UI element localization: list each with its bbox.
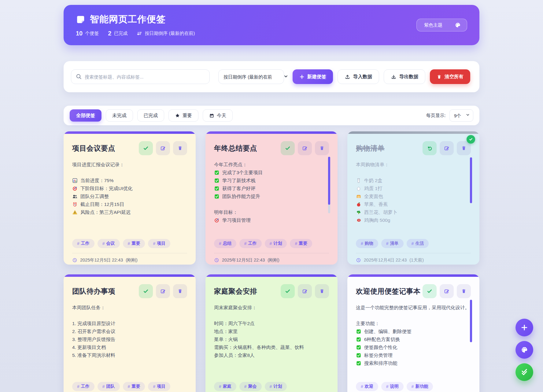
- search-input[interactable]: [71, 69, 210, 84]
- note-line: 菜单：火锅: [214, 335, 329, 343]
- note-content: 这是一个功能完整的便签记事应用，采用现代化设计。 主要功能：创建、编辑、删除便签…: [356, 304, 471, 380]
- per-page-select[interactable]: 9个: [449, 109, 473, 122]
- note-tag[interactable]: #欢迎: [356, 382, 378, 391]
- stat-note-count: 10 个便签: [76, 30, 99, 37]
- edit-button[interactable]: [440, 141, 454, 155]
- milk-icon: [356, 178, 361, 183]
- note-tag[interactable]: #重要: [123, 382, 145, 391]
- delete-button[interactable]: [173, 141, 187, 155]
- undo-button[interactable]: [423, 141, 437, 155]
- trash-icon: [177, 288, 183, 294]
- checkbox-icon: [214, 186, 220, 191]
- note-tag[interactable]: #总结: [214, 239, 236, 248]
- edit-button[interactable]: [298, 141, 312, 155]
- filter-completed[interactable]: 已完成: [137, 109, 164, 122]
- note-tag[interactable]: #团队: [98, 382, 120, 391]
- checkbox-icon: [214, 194, 220, 199]
- note-head: 家庭聚会安排: [214, 284, 329, 298]
- note-line: 当前进度：75%: [72, 177, 187, 185]
- note-title: 项目会议要点: [72, 144, 115, 153]
- note-line-blank: [72, 312, 187, 320]
- note-tags: #总结#工作#计划#重要: [214, 239, 329, 248]
- complete-all-fab[interactable]: [515, 363, 533, 381]
- note-tag[interactable]: #生活: [407, 239, 429, 248]
- note-tag[interactable]: #工作: [239, 239, 262, 248]
- note-color-strip: [347, 131, 479, 134]
- complete-button[interactable]: [139, 141, 153, 155]
- page-title: 智能网页工作便签: [90, 13, 166, 26]
- checkbox-icon: [356, 337, 361, 342]
- note-scrollbar[interactable]: [328, 157, 330, 205]
- filter-important[interactable]: 重要: [168, 109, 198, 122]
- title-row: 智能网页工作便签: [76, 13, 195, 26]
- note-tag[interactable]: #计划: [265, 382, 287, 391]
- search-wrap: [71, 69, 210, 84]
- note-relative-time: (1天前): [409, 257, 424, 263]
- note-tag[interactable]: #家庭: [214, 382, 236, 391]
- note-tag[interactable]: #计划: [265, 239, 287, 248]
- note-scrollbar[interactable]: [470, 300, 472, 342]
- filter-bar: 全部便签 未完成 已完成 重要 今天 每页显示: 9个: [64, 106, 479, 125]
- edit-icon: [160, 145, 166, 151]
- note-scrollbar[interactable]: [470, 157, 472, 203]
- header-stats: 10 个便签 2 已完成 按日期倒序 (最新的在前): [76, 30, 195, 37]
- note-line: 3. 整理用户反馈报告: [72, 335, 187, 343]
- note-tag[interactable]: #会议: [98, 239, 120, 248]
- delete-button[interactable]: [457, 141, 471, 155]
- note-line: 参加人员：全家8人: [214, 351, 329, 359]
- sort-select[interactable]: 按日期倒序 (最新的在前): [218, 69, 284, 84]
- note-tag[interactable]: #工作: [72, 382, 94, 391]
- complete-button[interactable]: [139, 284, 153, 298]
- theme-fab[interactable]: [515, 341, 533, 359]
- note-content: 今年工作亮点：完成了3个主要项目学习了新技术栈获得了客户好评团队协作能力提升 明…: [214, 161, 329, 237]
- note-line: 这是一个功能完整的便签记事应用，采用现代化设计。: [356, 304, 471, 312]
- note-tag[interactable]: #重要: [290, 239, 312, 248]
- delete-button[interactable]: [315, 141, 329, 155]
- filter-today[interactable]: 今天: [203, 109, 233, 122]
- delete-button[interactable]: [173, 284, 187, 298]
- note-tag[interactable]: #购物: [356, 239, 378, 248]
- complete-button[interactable]: [423, 284, 437, 298]
- complete-button[interactable]: [281, 284, 295, 298]
- note-head: 购物清单: [356, 141, 471, 155]
- note-tag[interactable]: #聚会: [239, 382, 262, 391]
- filter-all[interactable]: 全部便签: [70, 109, 102, 122]
- note-title: 家庭聚会安排: [214, 287, 257, 296]
- edit-button[interactable]: [440, 284, 454, 298]
- checkbox-icon: [356, 329, 361, 334]
- stat-done-count: 2 已完成: [108, 30, 127, 37]
- note-line: 1. 完成项目原型设计: [72, 320, 187, 328]
- note-card: 家庭聚会安排周末家庭聚会安排： 时间：周六下午2点地点：家里菜单：火锅需购买：火…: [205, 274, 338, 392]
- new-note-button[interactable]: 新建便签: [293, 69, 333, 84]
- completed-badge: [467, 135, 475, 144]
- note-tag[interactable]: #项目: [148, 239, 170, 248]
- note-relative-time: (刚刚): [268, 257, 279, 263]
- complete-button[interactable]: [281, 141, 295, 155]
- delete-button[interactable]: [457, 284, 471, 298]
- export-data-button[interactable]: 导出数据: [384, 69, 425, 84]
- note-tag[interactable]: #清单: [381, 239, 404, 248]
- note-tag[interactable]: #新功能: [407, 382, 433, 391]
- note-tag[interactable]: #项目: [148, 382, 170, 391]
- trash-icon: [437, 74, 442, 79]
- per-page-control: 每页显示: 9个: [426, 109, 473, 122]
- edit-button[interactable]: [298, 284, 312, 298]
- delete-button[interactable]: [315, 284, 329, 298]
- note-tag[interactable]: #工作: [72, 239, 94, 248]
- people-icon: [72, 194, 78, 199]
- filter-uncompleted[interactable]: 未完成: [106, 109, 133, 122]
- edit-button[interactable]: [156, 141, 170, 155]
- note-tag[interactable]: #重要: [123, 239, 145, 248]
- per-page-select-wrap: 9个: [449, 109, 473, 122]
- add-note-fab[interactable]: [515, 319, 533, 336]
- clear-all-button[interactable]: 清空所有: [430, 69, 470, 84]
- sort-desc-icon: [137, 31, 142, 36]
- theme-toggle-button[interactable]: 紫色主题: [416, 19, 467, 31]
- note-line-blank: [356, 312, 471, 320]
- import-data-button[interactable]: 导入数据: [338, 69, 379, 84]
- note-footer: 2025年12月4日 22:43(1天前): [356, 257, 471, 263]
- fab-stack: [515, 319, 533, 381]
- edit-button[interactable]: [156, 284, 170, 298]
- note-tag[interactable]: #说明: [381, 382, 404, 391]
- note-line: 主要功能：: [356, 320, 471, 328]
